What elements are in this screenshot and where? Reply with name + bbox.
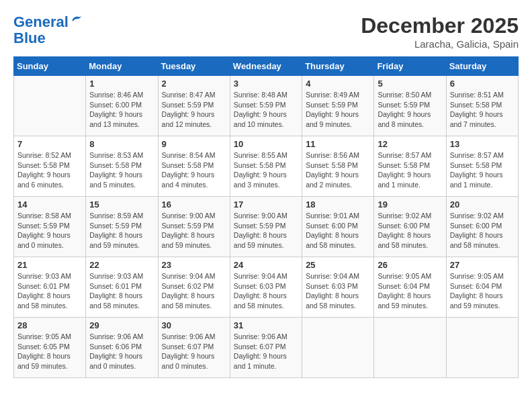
day-info: Sunrise: 8:50 AM Sunset: 5:59 PM Dayligh… bbox=[378, 90, 442, 130]
day-number: 23 bbox=[162, 260, 226, 270]
calendar-cell: 11Sunrise: 8:56 AM Sunset: 5:58 PM Dayli… bbox=[302, 136, 374, 197]
day-header-sunday: Sunday bbox=[14, 57, 86, 76]
day-number: 14 bbox=[17, 199, 82, 210]
calendar-cell: 25Sunrise: 9:04 AM Sunset: 6:03 PM Dayli… bbox=[302, 257, 374, 318]
day-number: 6 bbox=[450, 79, 515, 89]
day-info: Sunrise: 8:51 AM Sunset: 5:58 PM Dayligh… bbox=[450, 90, 515, 130]
calendar-cell: 8Sunrise: 8:53 AM Sunset: 5:58 PM Daylig… bbox=[86, 136, 158, 197]
day-number: 28 bbox=[17, 320, 82, 330]
day-info: Sunrise: 8:52 AM Sunset: 5:58 PM Dayligh… bbox=[17, 150, 82, 190]
day-number: 2 bbox=[162, 79, 226, 89]
day-info: Sunrise: 9:06 AM Sunset: 6:07 PM Dayligh… bbox=[234, 332, 298, 371]
calendar-cell: 24Sunrise: 9:04 AM Sunset: 6:03 PM Dayli… bbox=[230, 257, 302, 318]
day-info: Sunrise: 9:05 AM Sunset: 6:05 PM Dayligh… bbox=[17, 332, 82, 371]
day-info: Sunrise: 9:04 AM Sunset: 6:03 PM Dayligh… bbox=[306, 271, 370, 311]
day-header-friday: Friday bbox=[374, 57, 446, 76]
day-info: Sunrise: 8:56 AM Sunset: 5:58 PM Dayligh… bbox=[306, 150, 370, 190]
calendar-cell bbox=[446, 318, 518, 378]
calendar-cell: 15Sunrise: 8:59 AM Sunset: 5:59 PM Dayli… bbox=[86, 197, 158, 257]
day-number: 24 bbox=[234, 260, 298, 270]
calendar-cell: 28Sunrise: 9:05 AM Sunset: 6:05 PM Dayli… bbox=[14, 318, 86, 378]
logo-bird-icon bbox=[70, 13, 83, 27]
day-info: Sunrise: 8:49 AM Sunset: 5:59 PM Dayligh… bbox=[306, 90, 370, 130]
calendar-cell: 19Sunrise: 9:02 AM Sunset: 6:00 PM Dayli… bbox=[374, 197, 446, 257]
logo-general: General bbox=[13, 13, 69, 30]
calendar-cell: 14Sunrise: 8:58 AM Sunset: 5:59 PM Dayli… bbox=[14, 197, 86, 257]
calendar-week-row: 7Sunrise: 8:52 AM Sunset: 5:58 PM Daylig… bbox=[14, 136, 519, 197]
day-info: Sunrise: 8:48 AM Sunset: 5:59 PM Dayligh… bbox=[234, 90, 298, 130]
day-number: 8 bbox=[89, 139, 154, 149]
day-number: 3 bbox=[234, 79, 298, 89]
day-info: Sunrise: 8:59 AM Sunset: 5:59 PM Dayligh… bbox=[89, 211, 154, 250]
calendar-cell: 22Sunrise: 9:03 AM Sunset: 6:01 PM Dayli… bbox=[86, 257, 158, 318]
calendar-week-row: 21Sunrise: 9:03 AM Sunset: 6:01 PM Dayli… bbox=[14, 257, 519, 318]
day-header-thursday: Thursday bbox=[302, 57, 374, 76]
calendar-cell: 6Sunrise: 8:51 AM Sunset: 5:58 PM Daylig… bbox=[446, 76, 518, 136]
calendar-cell: 21Sunrise: 9:03 AM Sunset: 6:01 PM Dayli… bbox=[14, 257, 86, 318]
calendar-cell: 16Sunrise: 9:00 AM Sunset: 5:59 PM Dayli… bbox=[158, 197, 230, 257]
day-number: 7 bbox=[17, 139, 82, 149]
day-header-saturday: Saturday bbox=[446, 57, 518, 76]
calendar-cell: 1Sunrise: 8:46 AM Sunset: 6:00 PM Daylig… bbox=[86, 76, 158, 136]
day-info: Sunrise: 8:46 AM Sunset: 6:00 PM Dayligh… bbox=[89, 90, 154, 130]
calendar-week-row: 14Sunrise: 8:58 AM Sunset: 5:59 PM Dayli… bbox=[14, 197, 519, 257]
calendar-cell: 7Sunrise: 8:52 AM Sunset: 5:58 PM Daylig… bbox=[14, 136, 86, 197]
calendar-cell: 31Sunrise: 9:06 AM Sunset: 6:07 PM Dayli… bbox=[230, 318, 302, 378]
calendar-cell: 27Sunrise: 9:05 AM Sunset: 6:04 PM Dayli… bbox=[446, 257, 518, 318]
day-number: 11 bbox=[306, 139, 370, 149]
location: Laracha, Galicia, Spain bbox=[361, 38, 519, 50]
day-info: Sunrise: 9:04 AM Sunset: 6:03 PM Dayligh… bbox=[234, 271, 298, 311]
logo: General Blue bbox=[13, 13, 83, 46]
day-number: 1 bbox=[89, 79, 154, 89]
day-header-monday: Monday bbox=[86, 57, 158, 76]
day-number: 5 bbox=[378, 79, 442, 89]
day-number: 19 bbox=[378, 199, 442, 210]
logo-text: General Blue bbox=[13, 13, 83, 46]
day-number: 25 bbox=[306, 260, 370, 270]
calendar-week-row: 28Sunrise: 9:05 AM Sunset: 6:05 PM Dayli… bbox=[14, 318, 519, 378]
calendar-cell: 4Sunrise: 8:49 AM Sunset: 5:59 PM Daylig… bbox=[302, 76, 374, 136]
day-number: 26 bbox=[378, 260, 442, 270]
day-header-tuesday: Tuesday bbox=[158, 57, 230, 76]
day-info: Sunrise: 9:01 AM Sunset: 6:00 PM Dayligh… bbox=[306, 211, 370, 250]
day-info: Sunrise: 9:05 AM Sunset: 6:04 PM Dayligh… bbox=[450, 271, 515, 311]
day-number: 27 bbox=[450, 260, 515, 270]
calendar-cell: 12Sunrise: 8:57 AM Sunset: 5:58 PM Dayli… bbox=[374, 136, 446, 197]
calendar-cell: 29Sunrise: 9:06 AM Sunset: 6:06 PM Dayli… bbox=[86, 318, 158, 378]
calendar-cell: 5Sunrise: 8:50 AM Sunset: 5:59 PM Daylig… bbox=[374, 76, 446, 136]
day-info: Sunrise: 9:05 AM Sunset: 6:04 PM Dayligh… bbox=[378, 271, 442, 311]
day-number: 18 bbox=[306, 199, 370, 210]
month-title: December 2025 bbox=[361, 13, 519, 38]
day-number: 30 bbox=[162, 320, 226, 330]
day-info: Sunrise: 9:00 AM Sunset: 5:59 PM Dayligh… bbox=[234, 211, 298, 250]
day-number: 31 bbox=[234, 320, 298, 330]
day-number: 15 bbox=[89, 199, 154, 210]
calendar-cell bbox=[374, 318, 446, 378]
page-header: General Blue December 2025 Laracha, Gali… bbox=[13, 13, 519, 50]
calendar-cell: 9Sunrise: 8:54 AM Sunset: 5:58 PM Daylig… bbox=[158, 136, 230, 197]
day-number: 13 bbox=[450, 139, 515, 149]
calendar-cell: 17Sunrise: 9:00 AM Sunset: 5:59 PM Dayli… bbox=[230, 197, 302, 257]
calendar-cell: 13Sunrise: 8:57 AM Sunset: 5:58 PM Dayli… bbox=[446, 136, 518, 197]
calendar-cell: 18Sunrise: 9:01 AM Sunset: 6:00 PM Dayli… bbox=[302, 197, 374, 257]
day-info: Sunrise: 9:03 AM Sunset: 6:01 PM Dayligh… bbox=[89, 271, 154, 311]
day-number: 20 bbox=[450, 199, 515, 210]
day-info: Sunrise: 9:02 AM Sunset: 6:00 PM Dayligh… bbox=[378, 211, 442, 250]
day-number: 4 bbox=[306, 79, 370, 89]
day-info: Sunrise: 9:06 AM Sunset: 6:07 PM Dayligh… bbox=[162, 332, 226, 371]
calendar-header-row: SundayMondayTuesdayWednesdayThursdayFrid… bbox=[14, 57, 519, 76]
day-number: 22 bbox=[89, 260, 154, 270]
day-number: 17 bbox=[234, 199, 298, 210]
day-info: Sunrise: 8:55 AM Sunset: 5:58 PM Dayligh… bbox=[234, 150, 298, 190]
calendar-cell bbox=[302, 318, 374, 378]
calendar-cell: 2Sunrise: 8:47 AM Sunset: 5:59 PM Daylig… bbox=[158, 76, 230, 136]
calendar-cell: 3Sunrise: 8:48 AM Sunset: 5:59 PM Daylig… bbox=[230, 76, 302, 136]
logo-blue: Blue bbox=[13, 30, 46, 46]
calendar-cell: 30Sunrise: 9:06 AM Sunset: 6:07 PM Dayli… bbox=[158, 318, 230, 378]
day-info: Sunrise: 8:57 AM Sunset: 5:58 PM Dayligh… bbox=[378, 150, 442, 190]
title-block: December 2025 Laracha, Galicia, Spain bbox=[361, 13, 519, 50]
day-number: 21 bbox=[17, 260, 82, 270]
day-info: Sunrise: 8:58 AM Sunset: 5:59 PM Dayligh… bbox=[17, 211, 82, 250]
day-number: 29 bbox=[89, 320, 154, 330]
calendar-body: 1Sunrise: 8:46 AM Sunset: 6:00 PM Daylig… bbox=[14, 76, 519, 378]
